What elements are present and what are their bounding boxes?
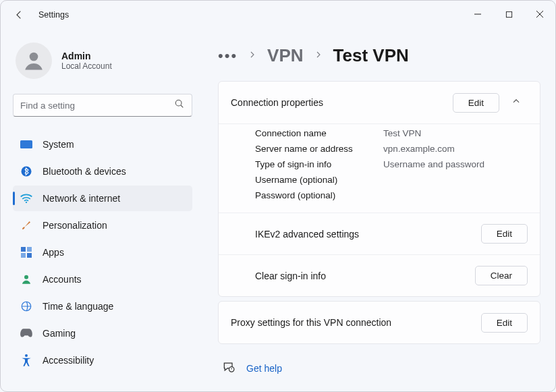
edit-ikev2-button[interactable]: Edit <box>481 224 528 244</box>
prop-value <box>383 190 528 200</box>
nav-list: System Bluetooth & devices Network & int… <box>13 132 192 373</box>
user-block[interactable]: Admin Local Account <box>16 43 192 79</box>
prop-key: Server name or address <box>255 144 370 154</box>
nav-label: Gaming <box>43 328 76 339</box>
display-icon <box>20 140 33 149</box>
nav-network[interactable]: Network & internet <box>13 186 192 211</box>
sidebar: Admin Local Account System Bluetooth & d… <box>1 29 203 391</box>
breadcrumb-parent[interactable]: VPN <box>267 45 303 66</box>
edit-proxy-button[interactable]: Edit <box>481 313 528 333</box>
nav-accessibility[interactable]: Accessibility <box>13 347 192 373</box>
chevron-right-icon <box>314 50 323 62</box>
breadcrumb-more[interactable]: ••• <box>218 47 238 65</box>
get-help-link[interactable]: Get help <box>246 363 282 374</box>
svg-point-12 <box>25 354 28 357</box>
ikev2-label: IKEv2 advanced settings <box>255 229 359 240</box>
search-box[interactable] <box>13 94 192 117</box>
window-controls <box>462 1 555 28</box>
close-button[interactable] <box>524 1 555 28</box>
nav-label: Accessibility <box>43 355 94 366</box>
back-button[interactable] <box>9 4 30 26</box>
nav-label: Personalization <box>43 220 107 231</box>
breadcrumb: ••• VPN Test VPN <box>218 45 540 66</box>
wifi-icon <box>20 193 33 204</box>
user-name: Admin <box>61 51 112 61</box>
help-row: Get help <box>218 360 540 376</box>
maximize-button[interactable] <box>493 1 524 28</box>
chevron-up-icon <box>511 96 521 109</box>
prop-key: Username (optional) <box>255 175 370 185</box>
svg-rect-3 <box>20 140 32 148</box>
clock-globe-icon <box>20 300 33 312</box>
nav-label: Bluetooth & devices <box>43 166 126 177</box>
breadcrumb-current: Test VPN <box>333 45 409 66</box>
nav-label: System <box>43 139 74 150</box>
nav-bluetooth[interactable]: Bluetooth & devices <box>13 159 192 184</box>
nav-time-language[interactable]: Time & language <box>13 293 192 319</box>
nav-label: Apps <box>43 247 64 258</box>
nav-personalization[interactable]: Personalization <box>13 213 192 238</box>
proxy-label: Proxy settings for this VPN connection <box>231 317 391 328</box>
avatar <box>16 43 52 79</box>
titlebar: Settings <box>1 1 555 29</box>
nav-label: Time & language <box>43 301 113 312</box>
svg-rect-8 <box>21 253 26 258</box>
settings-window: Settings Admin Local Account <box>0 0 556 392</box>
search-icon <box>174 99 185 112</box>
connection-properties-heading: Connection properties <box>231 97 323 108</box>
prop-value: vpn.example.com <box>383 144 528 154</box>
clear-signin-button[interactable]: Clear <box>475 266 528 285</box>
apps-icon <box>20 247 33 258</box>
clear-signin-label: Clear sign-in info <box>255 271 326 281</box>
search-input[interactable] <box>20 101 174 111</box>
minimize-button[interactable] <box>462 1 493 28</box>
connection-properties-card: Connection properties Edit Connection na… <box>218 81 540 297</box>
nav-accounts[interactable]: Accounts <box>13 267 192 292</box>
app-title: Settings <box>38 10 69 20</box>
prop-value <box>383 175 528 185</box>
user-subtitle: Local Account <box>61 61 112 71</box>
nav-gaming[interactable]: Gaming <box>13 320 192 346</box>
chevron-right-icon <box>248 50 256 62</box>
svg-point-1 <box>30 53 38 61</box>
main-content: ••• VPN Test VPN Connection properties E… <box>203 29 555 391</box>
nav-label: Accounts <box>43 274 82 285</box>
bluetooth-icon <box>20 165 33 177</box>
nav-label: Network & internet <box>43 193 120 204</box>
collapse-toggle[interactable] <box>505 91 528 114</box>
prop-key: Connection name <box>255 128 370 138</box>
prop-value: Test VPN <box>383 128 528 138</box>
svg-point-10 <box>24 275 28 279</box>
svg-point-5 <box>26 202 27 203</box>
accessibility-icon <box>20 354 33 367</box>
svg-point-2 <box>175 100 182 106</box>
prop-key: Password (optional) <box>255 190 370 200</box>
brush-icon <box>20 219 33 231</box>
nav-apps[interactable]: Apps <box>13 240 192 265</box>
proxy-card: Proxy settings for this VPN connection E… <box>218 301 540 344</box>
svg-rect-9 <box>27 253 32 258</box>
gamepad-icon <box>20 329 33 338</box>
svg-rect-7 <box>27 247 32 252</box>
person-icon <box>20 273 33 285</box>
svg-rect-6 <box>21 247 26 252</box>
connection-properties-list: Connection name Test VPN Server name or … <box>219 123 540 213</box>
edit-connection-button[interactable]: Edit <box>453 93 499 113</box>
prop-key: Type of sign-in info <box>255 159 370 169</box>
nav-system[interactable]: System <box>13 132 192 157</box>
svg-rect-0 <box>506 11 511 17</box>
prop-value: Username and password <box>383 159 528 169</box>
help-icon <box>222 360 235 376</box>
